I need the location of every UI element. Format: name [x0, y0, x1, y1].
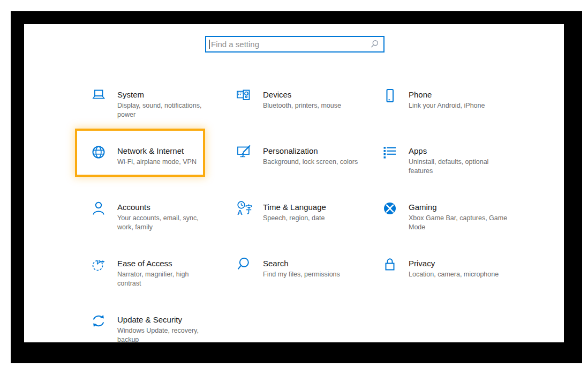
tile-title: Phone — [409, 89, 510, 100]
tile-title: Gaming — [409, 202, 510, 212]
tile-title: Network & Internet — [117, 146, 219, 156]
tile-title: Search — [263, 258, 365, 268]
tile-subtitle: Location, camera, microphone — [409, 270, 510, 279]
accounts-icon — [90, 200, 108, 217]
tile-devices[interactable]: Devices Bluetooth, printers, mouse — [236, 87, 370, 144]
tile-subtitle: Windows Update, recovery, backup — [117, 326, 219, 342]
tile-update-security[interactable]: Update & Security Windows Update, recove… — [90, 312, 224, 342]
update-security-icon — [90, 312, 108, 329]
tile-personalization[interactable]: Personalization Background, lock screen,… — [236, 144, 370, 200]
ease-of-access-icon — [90, 256, 108, 273]
tile-time-language[interactable]: A Time & Language Speech, region, date — [236, 200, 370, 256]
tile-accounts[interactable]: Accounts Your accounts, email, sync, wor… — [90, 200, 224, 256]
tile-network-internet[interactable]: Network & Internet Wi-Fi, airplane mode,… — [90, 144, 224, 200]
globe-icon — [90, 144, 108, 161]
search-icon[interactable] — [370, 40, 379, 49]
settings-grid: System Display, sound, notifications, po… — [90, 87, 527, 342]
phone-icon — [381, 87, 399, 104]
tile-privacy[interactable]: Privacy Location, camera, microphone — [381, 256, 515, 312]
tile-title: Devices — [263, 89, 365, 100]
tile-subtitle: Bluetooth, printers, mouse — [263, 101, 365, 110]
tile-subtitle: Link your Android, iPhone — [409, 101, 510, 110]
tile-subtitle: Your accounts, email, sync, work, family — [117, 214, 219, 231]
text-caret — [209, 40, 210, 49]
tile-title: Personalization — [263, 146, 365, 156]
search-input[interactable] — [205, 36, 385, 53]
system-icon — [90, 87, 108, 104]
search-box — [205, 36, 385, 53]
tile-title: Time & Language — [263, 202, 365, 212]
tile-subtitle: Uninstall, defaults, optional features — [409, 158, 510, 175]
tile-apps[interactable]: Apps Uninstall, defaults, optional featu… — [381, 144, 515, 200]
apps-icon — [381, 144, 399, 161]
time-language-icon: A — [236, 200, 254, 217]
tile-title: Privacy — [409, 258, 510, 268]
personalization-icon — [236, 144, 254, 161]
lock-icon — [381, 256, 399, 273]
tile-system[interactable]: System Display, sound, notifications, po… — [90, 87, 224, 144]
tile-title: Apps — [409, 146, 510, 156]
tile-ease-of-access[interactable]: Ease of Access Narrator, magnifier, high… — [90, 256, 224, 312]
devices-icon — [236, 87, 254, 104]
tile-title: Accounts — [117, 202, 219, 212]
tile-phone[interactable]: Phone Link your Android, iPhone — [381, 87, 515, 144]
tile-subtitle: Wi-Fi, airplane mode, VPN — [117, 158, 219, 167]
tile-subtitle: Find my files, permissions — [263, 270, 365, 279]
svg-text:A: A — [237, 208, 243, 216]
settings-window: System Display, sound, notifications, po… — [24, 24, 564, 342]
tile-title: Ease of Access — [117, 258, 219, 268]
tile-gaming[interactable]: Gaming Xbox Game Bar, captures, Game Mod… — [381, 200, 515, 256]
tile-subtitle: Background, lock screen, colors — [263, 158, 365, 167]
tile-title: System — [117, 89, 219, 100]
search-tile-icon — [236, 256, 254, 273]
tile-search[interactable]: Search Find my files, permissions — [236, 256, 370, 312]
tile-title: Update & Security — [117, 314, 219, 325]
tile-subtitle: Display, sound, notifications, power — [117, 101, 219, 119]
tile-subtitle: Narrator, magnifier, high contrast — [117, 270, 219, 288]
tile-subtitle: Speech, region, date — [263, 214, 365, 223]
xbox-icon — [381, 200, 399, 217]
tile-subtitle: Xbox Game Bar, captures, Game Mode — [409, 214, 510, 231]
